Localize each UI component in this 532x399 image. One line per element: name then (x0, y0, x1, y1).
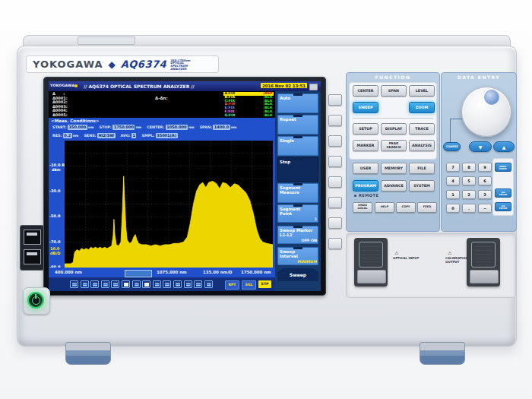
condition-label: RES: (52, 134, 62, 138)
key-dot[interactable]: . (462, 204, 476, 213)
header-system-icon (309, 84, 318, 90)
key-label: BACK SPACE (499, 165, 507, 169)
panel-softkey-8[interactable] (328, 238, 342, 249)
softkey-value: OFF ON (302, 239, 317, 243)
lid-latch (78, 36, 135, 45)
key-span[interactable]: SPAN (381, 85, 407, 97)
key-file[interactable]: FILE (409, 163, 435, 174)
softkey-sweep-marker[interactable]: Sweep Marker L1-L2OFF ON (277, 226, 318, 244)
function-panel: FUNCTION CENTERSPANLEVELSWEEPZOOMSETUPDI… (346, 72, 440, 232)
condition-unit: nm (73, 134, 79, 138)
key-label: µm ENTER (499, 191, 508, 195)
key-analysis[interactable]: ANALYSIS (409, 140, 435, 151)
key-9[interactable]: 9 (478, 163, 492, 172)
screen-brand: YOKOGAWA (50, 84, 74, 87)
key-system[interactable]: SYSTEM (409, 180, 435, 192)
key-2[interactable]: 2 (462, 190, 476, 199)
status-icon (101, 280, 109, 288)
softkey-stop[interactable]: Stop (277, 157, 318, 182)
panel-softkey-6[interactable] (328, 197, 342, 208)
status-badge-stp: STP (258, 280, 271, 288)
power-button[interactable] (27, 292, 44, 309)
calibration-output-label: CALIBRATION OUTPUT (445, 257, 468, 264)
softkey-repeat[interactable]: Repeat (277, 115, 318, 135)
softkey-segment[interactable]: Segment Point1 (277, 204, 318, 223)
panel-softkey-4[interactable] (328, 156, 342, 167)
panel-softkey-1[interactable] (328, 94, 342, 106)
key-zoom[interactable]: ZOOM (409, 102, 435, 113)
condition-value: 350.000 (68, 125, 87, 130)
condition-label: SENS: (84, 134, 96, 138)
softkey-segment[interactable]: Segment Measure (277, 183, 318, 203)
panel-softkey-7[interactable] (328, 217, 342, 229)
key-marker[interactable]: MARKER (353, 140, 378, 151)
condition-value: 1400.0 (213, 125, 230, 130)
panel-softkey-5[interactable] (328, 176, 342, 188)
key-advance[interactable]: ADVANCE (381, 180, 407, 192)
key-minus[interactable]: − (478, 204, 492, 213)
condition-label: STOP: (99, 125, 111, 129)
key-level[interactable]: LEVEL (409, 85, 435, 97)
key-4[interactable]: 4 (446, 176, 460, 185)
key-center[interactable]: CENTER (353, 85, 378, 97)
scale-label: 10.0 dB/D (50, 247, 60, 255)
remote-key-help[interactable]: HELP (375, 202, 394, 213)
key-peak[interactable]: PEAK SEARCH (381, 140, 407, 151)
front-foot-left (65, 342, 111, 365)
key-5[interactable]: 5 (462, 176, 476, 185)
key-setup[interactable]: SETUP (353, 123, 378, 135)
optical-input-cover (359, 242, 383, 268)
key-trace[interactable]: TRACE (409, 123, 435, 135)
key-1[interactable]: 1 (446, 190, 460, 199)
key-nm[interactable]: nm ENTER (495, 202, 511, 211)
softkey-label: Sweep Marker L1-L2 (280, 228, 317, 237)
key-7[interactable]: 7 (446, 163, 460, 172)
screen-datetime: 2016 Nov 02 13:51 (261, 83, 307, 88)
softkey-sweep[interactable]: Sweep IntervalMINIMUM (277, 247, 318, 265)
remote-key-copy[interactable]: COPY (396, 202, 416, 213)
data-entry-panel: DATA ENTRY COARSE ▼ ▲ 7894561230.−BACK S… (441, 72, 517, 232)
key-8[interactable]: 8 (462, 163, 476, 172)
remote-key-feed[interactable]: FEED (417, 202, 437, 213)
brand-diamond-icon: ◆ (109, 59, 116, 70)
condition-label: AVG: (121, 134, 131, 138)
lcd-screen: YOKOGAWA // AQ6374 OPTICAL SPECTRUM ANAL… (49, 81, 321, 291)
key-µm[interactable]: µm ENTER (495, 188, 511, 198)
condition-item: SPAN:1400.0nm (200, 125, 237, 130)
softkey-single[interactable]: Single (277, 136, 318, 156)
status-icon (142, 280, 150, 288)
key-0[interactable]: 0 (446, 204, 460, 213)
key-sweep[interactable]: SWEEP (353, 102, 378, 113)
panel-softkey-2[interactable] (328, 115, 342, 126)
key-user[interactable]: USER (353, 163, 378, 174)
trace-name: G:FIX (225, 114, 236, 118)
condition-value: 1 (131, 133, 136, 138)
panel-softkey-3[interactable] (328, 135, 342, 147)
condition-value: 1750.000 (112, 125, 135, 130)
condition-unit: nm (188, 125, 195, 129)
condition-item: STOP:1750.000nm (99, 125, 141, 130)
remote-keys: UNDO LOCALHELPCOPYFEED (347, 202, 439, 213)
key-display[interactable]: DISPLAY (381, 123, 407, 135)
key-back[interactable]: BACK SPACE (495, 163, 511, 172)
ref-unit-label: dBm (52, 168, 61, 172)
optical-input-base (357, 270, 386, 283)
remote-key-undo[interactable]: UNDO LOCAL (353, 202, 372, 213)
key-6[interactable]: 6 (478, 176, 492, 185)
softkey-auto[interactable]: Auto (277, 93, 318, 113)
status-icons (70, 277, 222, 291)
condition-item: SENS:HI2/SW (84, 133, 115, 138)
marker-list: Δ :Δ0001:Δ0002:Δ0003:Δ0004:Δ0005: (52, 92, 68, 118)
key-3[interactable]: 3 (478, 190, 492, 199)
softkey-label: Single (280, 138, 317, 143)
calibration-output-connector (467, 238, 500, 287)
key-program[interactable]: PROGRAM (353, 180, 378, 192)
x-axis-start-label: 400.000 nm (55, 270, 82, 274)
cond-row-1: START:350.000nmSTOP:1750.000nmCENTER:105… (52, 125, 242, 130)
x-axis-stop-label: 1750.000 nm (241, 270, 271, 274)
trace-mode: /BLK (264, 114, 273, 118)
calibration-output-base (470, 270, 499, 283)
softkey-value: 1 (315, 217, 317, 222)
key-memory[interactable]: MEMORY (381, 163, 407, 174)
usb-port-bottom (24, 249, 41, 264)
